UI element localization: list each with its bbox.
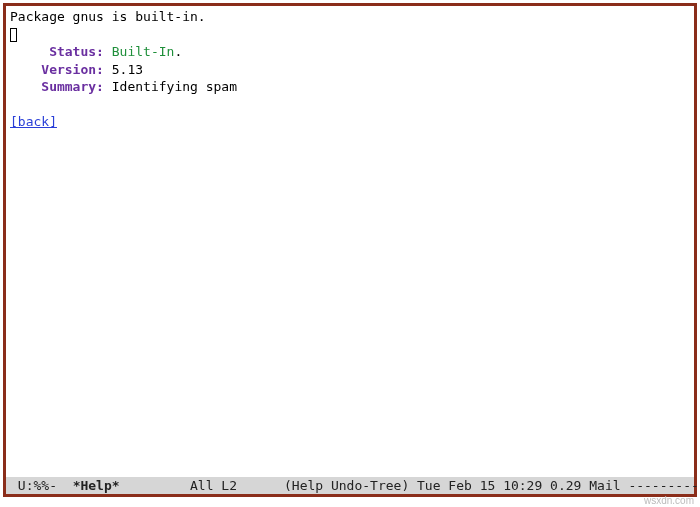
summary-label: Summary: <box>41 79 104 94</box>
status-suffix: . <box>174 44 182 59</box>
modeline-modes: (Help Undo-Tree) <box>284 478 409 493</box>
back-link[interactable]: [back] <box>10 114 57 129</box>
package-header: Package gnus is built-in. <box>10 8 690 26</box>
modeline-load: 0.29 <box>550 478 581 493</box>
cursor-line <box>10 26 690 44</box>
status-value: Built-In <box>112 44 175 59</box>
text-cursor <box>10 28 17 42</box>
modeline-buffer-name: *Help* <box>73 478 120 493</box>
help-buffer[interactable]: Package gnus is built-in. Status: Built-… <box>6 6 694 477</box>
summary-value: Identifying spam <box>112 79 237 94</box>
summary-row: Summary: Identifying spam <box>10 78 690 96</box>
version-value: 5.13 <box>112 62 143 77</box>
modeline-position: All L2 <box>190 478 237 493</box>
emacs-frame: Package gnus is built-in. Status: Built-… <box>3 3 697 497</box>
version-label: Version: <box>41 62 104 77</box>
modeline-tail: Mail <box>589 478 620 493</box>
watermark: wsxdn.com <box>644 495 694 506</box>
back-row: [back] <box>10 113 690 131</box>
status-row: Status: Built-In. <box>10 43 690 61</box>
modeline-coding: U:%%- <box>18 478 57 493</box>
version-row: Version: 5.13 <box>10 61 690 79</box>
status-label: Status: <box>49 44 104 59</box>
modeline-datetime: Tue Feb 15 10:29 <box>417 478 542 493</box>
mode-line: U:%%- *Help* All L2 (Help Undo-Tree) Tue… <box>6 477 694 494</box>
blank-line <box>10 96 690 114</box>
